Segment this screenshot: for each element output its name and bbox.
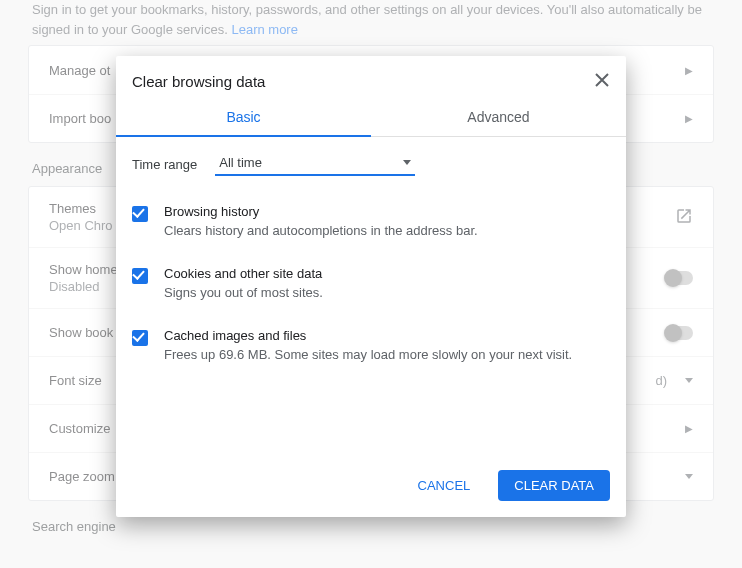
checkbox-checked-icon[interactable] xyxy=(132,268,148,284)
checkbox-checked-icon[interactable] xyxy=(132,330,148,346)
clear-browsing-data-dialog: Clear browsing data Basic Advanced Time … xyxy=(116,56,626,517)
dialog-tabs: Basic Advanced xyxy=(116,99,626,137)
dropdown-icon xyxy=(403,160,411,165)
checkbox-checked-icon[interactable] xyxy=(132,206,148,222)
option-desc: Frees up 69.6 MB. Some sites may load mo… xyxy=(164,347,572,362)
option-browsing-history[interactable]: Browsing history Clears history and auto… xyxy=(132,190,610,252)
option-desc: Clears history and autocompletions in th… xyxy=(164,223,478,238)
option-title: Browsing history xyxy=(164,204,478,219)
option-cache[interactable]: Cached images and files Frees up 69.6 MB… xyxy=(132,314,610,376)
cancel-button[interactable]: CANCEL xyxy=(402,470,487,501)
option-title: Cached images and files xyxy=(164,328,572,343)
time-range-value: All time xyxy=(219,155,262,170)
tab-basic[interactable]: Basic xyxy=(116,99,371,137)
option-cookies[interactable]: Cookies and other site data Signs you ou… xyxy=(132,252,610,314)
clear-data-button[interactable]: CLEAR DATA xyxy=(498,470,610,501)
close-button[interactable] xyxy=(594,72,610,91)
time-range-label: Time range xyxy=(132,157,197,172)
time-range-select[interactable]: All time xyxy=(215,153,415,176)
option-title: Cookies and other site data xyxy=(164,266,323,281)
option-desc: Signs you out of most sites. xyxy=(164,285,323,300)
dialog-title: Clear browsing data xyxy=(132,73,265,90)
tab-advanced[interactable]: Advanced xyxy=(371,99,626,136)
